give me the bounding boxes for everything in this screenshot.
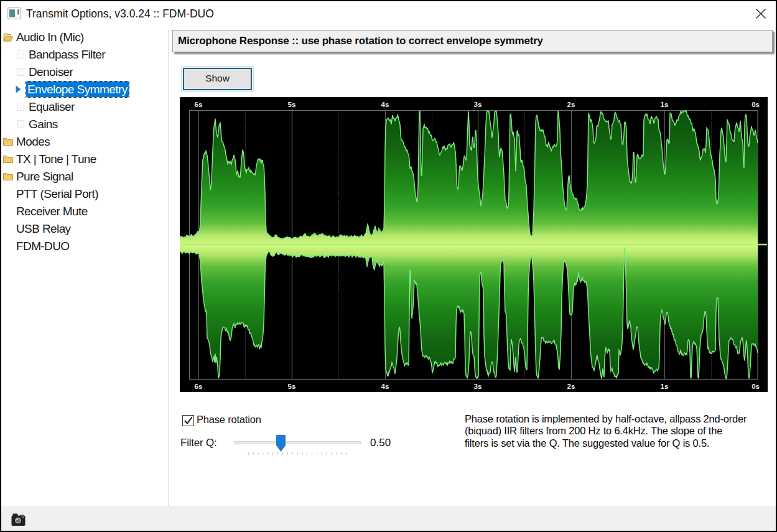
svg-text:5s: 5s [288,383,296,390]
svg-text:3s: 3s [474,101,482,108]
svg-text:3s: 3s [474,383,482,390]
svg-text:1s: 1s [661,383,669,390]
svg-text:6s: 6s [195,101,203,108]
svg-text:6s: 6s [195,383,203,390]
svg-text:0s: 0s [751,383,760,390]
svg-text:0s: 0s [751,101,760,108]
svg-text:5s: 5s [288,101,296,108]
svg-text:2s: 2s [567,383,575,390]
svg-text:2s: 2s [567,101,575,108]
svg-text:1s: 1s [661,101,669,108]
svg-text:4s: 4s [381,383,389,390]
svg-text:4s: 4s [381,101,389,108]
